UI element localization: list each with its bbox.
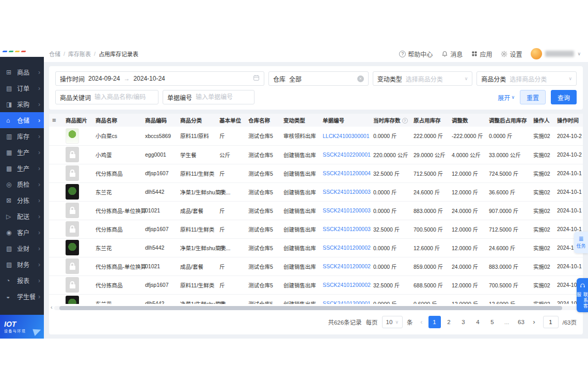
pager-page[interactable]: 2 [443, 316, 455, 328]
prev-page-button[interactable]: ‹ [417, 316, 426, 328]
messages-button[interactable]: 消息 [441, 50, 463, 58]
user-name-redacted [545, 51, 574, 57]
sidebar-item-quality[interactable]: ◎质检› [0, 176, 44, 192]
cell-adj: 12.0000 斤 [449, 220, 486, 238]
document-number-link[interactable]: SSCK24101200002 [323, 245, 371, 251]
change-type-select[interactable]: 变动类型 选择商品分类 ∨ [373, 71, 473, 86]
reset-button[interactable]: 重置 [520, 90, 546, 104]
help-icon[interactable]: ? [402, 118, 408, 124]
cell-name: 东兰花 [92, 294, 142, 304]
pager-page[interactable]: 3 [457, 316, 470, 328]
warehouse-select[interactable]: 仓库 全部 × [268, 71, 369, 86]
document-number-link[interactable]: SSCK24101200003 [323, 189, 371, 195]
keyword-field[interactable]: 商品关键词 [55, 90, 158, 104]
pager-page[interactable]: 1 [428, 316, 441, 328]
apps-grid-icon [471, 51, 478, 57]
document-number-link[interactable]: SSCK24101200003 [323, 226, 371, 232]
document-number-link[interactable]: SSCK24101200003 [323, 207, 371, 213]
bell-icon [441, 51, 448, 57]
document-number-link[interactable]: SSCK24101200002 [323, 263, 371, 269]
settings-button[interactable]: 设置 [501, 50, 522, 58]
sidebar-item-inventory[interactable]: ▥库存› [0, 128, 44, 144]
column-header-label: 当时库存数 [373, 117, 401, 124]
scrollbar-thumb[interactable] [59, 306, 562, 310]
document-number-link[interactable]: SSCK24101200001 [323, 300, 371, 304]
user-menu[interactable]: ∨ [531, 48, 581, 59]
inventory-icon: ▥ [6, 133, 14, 140]
sidebar-item-production-2[interactable]: ▩生产› [0, 160, 44, 176]
sidebar-item-orders[interactable]: ▤订单› [0, 80, 44, 96]
cell-image [62, 220, 92, 238]
sidebar-item-delivery[interactable]: ▷配送› [0, 208, 44, 224]
pagination: 共626条记录 每页 10 ∨ 条 ‹ 12345...63 › /63页 [49, 311, 583, 334]
sidebar-item-student-meal[interactable]: ◒学生餐› [0, 288, 44, 304]
customer-service-float-button[interactable]: 联系客服 [577, 278, 588, 312]
cell-orig: 688.5000 斤 [410, 276, 449, 294]
cell-wh: 测试仓库5 [245, 294, 280, 304]
sidebar-item-customer[interactable]: ◉客户› [0, 224, 44, 240]
pager-page[interactable]: 5 [486, 316, 499, 328]
breadcrumb-item[interactable]: 仓储 [49, 50, 60, 58]
breadcrumb-item[interactable]: 库存账表 [68, 50, 91, 58]
pager-page[interactable]: 4 [472, 316, 484, 328]
sidebar-item-business-finance[interactable]: ▧业财› [0, 240, 44, 256]
reports-icon: ◔ [6, 277, 14, 284]
product-photo[interactable] [66, 184, 79, 200]
keyword-input[interactable] [94, 94, 154, 101]
next-page-button[interactable]: › [530, 316, 539, 328]
cell-op: 实施02 [530, 201, 554, 220]
sidebar-item-reports[interactable]: ◔报表› [0, 272, 44, 288]
sidebar-item-sorting[interactable]: ⊠分拣› [0, 192, 44, 208]
scroll-left-icon[interactable]: ‹ [51, 304, 53, 310]
delivery-icon: ▷ [6, 213, 14, 220]
sidebar-item-finance[interactable]: ▨财务› [0, 256, 44, 272]
sidebar-item-warehouse[interactable]: ⌂仓储› [0, 112, 44, 128]
app-window: ⊞商品›▤订单›◨采购›⌂仓储›▥库存›▦生产›▩生产›◎质检›⊠分拣›▷配送›… [0, 45, 588, 339]
sidebar-item-purchase[interactable]: ◨采购› [0, 96, 44, 112]
document-number-link[interactable]: SSCK24101200004 [323, 170, 371, 176]
product-photo[interactable] [66, 296, 79, 304]
cell-wh: 测试仓库5 [245, 220, 280, 238]
help-center-button[interactable]: ? 帮助中心 [399, 50, 433, 58]
per-page-label: 每页 [366, 318, 378, 326]
query-button[interactable]: 查询 [551, 90, 577, 104]
page-jump-input[interactable] [543, 316, 559, 328]
cell-code: dfjsp1607 [142, 164, 177, 182]
column-settings-icon[interactable]: ≡ [52, 116, 56, 124]
sidebar-nav: ⊞商品›▤订单›◨采购›⌂仓储›▥库存›▦生产›▩生产›◎质检›⊠分拣›▷配送›… [0, 57, 44, 315]
document-number-link[interactable]: SSCK24101200002 [323, 282, 371, 288]
column-header-label: 仓库名称 [248, 117, 270, 124]
product-photo[interactable] [66, 240, 79, 255]
category-select[interactable]: 商品分类 选择商品分类 ∨ [476, 71, 577, 86]
per-page-select[interactable]: 10 ∨ [382, 316, 403, 328]
tasks-label: 任务 [576, 242, 585, 249]
column-header-label: 调整数 [452, 117, 468, 124]
cell-after: 712.5000 斤 [486, 220, 530, 238]
cell-type: 创建销售出库 [280, 220, 320, 238]
sidebar-item-label: 学生餐 [17, 292, 38, 301]
cell-doc: SSCK24101200004 [320, 164, 370, 182]
sidebar-item-goods[interactable]: ⊞商品› [0, 64, 44, 80]
sidebar-item-production-1[interactable]: ▦生产› [0, 144, 44, 160]
inventory-records-table: ≡商品图片商品名称商品编码商品分类基本单位仓库名称变动类型单据编号当时库存数?原… [49, 114, 583, 304]
doc-number-input[interactable] [196, 94, 250, 101]
pager-page[interactable]: 63 [515, 316, 528, 328]
tasks-float-button[interactable]: ≣ 任务 [574, 232, 588, 253]
product-photo[interactable] [66, 128, 79, 144]
date-range-picker[interactable]: 操作时间 2024-09-24 → 2024-10-24 [55, 71, 264, 86]
document-number-link[interactable]: SSCK24102200001 [323, 151, 371, 158]
logo-bar [21, 51, 26, 52]
doc-number-field[interactable]: 单据编号 [163, 90, 255, 104]
apps-button[interactable]: 应用 [471, 50, 492, 58]
cell-time: 2024-10-1 [554, 164, 583, 182]
chevron-right-icon: › [38, 149, 40, 156]
chevron-right-icon: › [38, 181, 40, 188]
clear-icon[interactable]: × [357, 75, 364, 82]
table-row: 代分拣商品dfjsp1607原料11/生鲜类斤测试仓库5创建销售出库SSCK24… [49, 220, 583, 238]
topbar-actions: ? 帮助中心 消息 应用 设置 ∨ [399, 48, 581, 59]
document-number-link[interactable]: LLCK24100300001 [323, 133, 370, 139]
sidebar-item-label: 生产 [17, 164, 38, 173]
cell-op: 实施02 [530, 276, 554, 294]
cell-after: 24.6000 斤 [486, 238, 530, 257]
expand-toggle[interactable]: 展开 ∨ [498, 93, 515, 102]
